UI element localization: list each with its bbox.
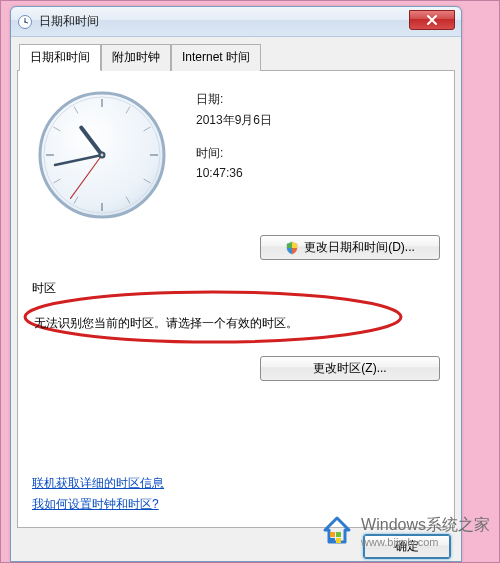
date-time-dialog: 日期和时间 日期和时间 附加时钟 Internet 时间 [10, 6, 462, 562]
tab-strip: 日期和时间 附加时钟 Internet 时间 [17, 43, 455, 71]
change-timezone-button[interactable]: 更改时区(Z)... [260, 356, 440, 381]
timezone-message: 无法识别您当前的时区。请选择一个有效的时区。 [32, 311, 300, 336]
shield-icon [285, 241, 299, 255]
date-label: 日期: [196, 91, 272, 108]
timezone-heading: 时区 [32, 280, 440, 297]
dialog-buttons: 确定 [17, 528, 455, 559]
help-links: 联机获取详细的时区信息 我如何设置时钟和时区? [32, 475, 164, 517]
change-datetime-label: 更改日期和时间(D)... [304, 239, 415, 256]
tab-internet-time[interactable]: Internet 时间 [171, 44, 261, 71]
change-timezone-label: 更改时区(Z)... [313, 360, 386, 377]
tab-datetime[interactable]: 日期和时间 [19, 44, 101, 71]
client-area: 日期和时间 附加时钟 Internet 时间 [11, 37, 461, 561]
svg-point-3 [24, 21, 26, 23]
close-button[interactable] [409, 10, 455, 30]
link-detailed-timezone[interactable]: 联机获取详细的时区信息 [32, 475, 164, 492]
time-label: 时间: [196, 145, 272, 162]
timezone-area: 无法识别您当前的时区。请选择一个有效的时区。 [32, 303, 440, 346]
change-datetime-button[interactable]: 更改日期和时间(D)... [260, 235, 440, 260]
tab-panel-datetime: 日期: 2013年9月6日 时间: 10:47:36 [17, 71, 455, 528]
time-value: 10:47:36 [196, 166, 272, 180]
tab-additional-clocks[interactable]: 附加时钟 [101, 44, 171, 71]
titlebar: 日期和时间 [11, 7, 461, 37]
window-title: 日期和时间 [39, 13, 409, 30]
ok-button[interactable]: 确定 [363, 534, 451, 559]
date-value: 2013年9月6日 [196, 112, 272, 129]
datetime-info: 日期: 2013年9月6日 时间: 10:47:36 [196, 85, 272, 225]
svg-point-22 [101, 154, 104, 157]
dialog-icon [17, 14, 33, 30]
link-how-set-clock[interactable]: 我如何设置时钟和时区? [32, 496, 164, 513]
ok-label: 确定 [395, 538, 419, 555]
analog-clock [32, 85, 172, 225]
close-icon [426, 14, 438, 26]
